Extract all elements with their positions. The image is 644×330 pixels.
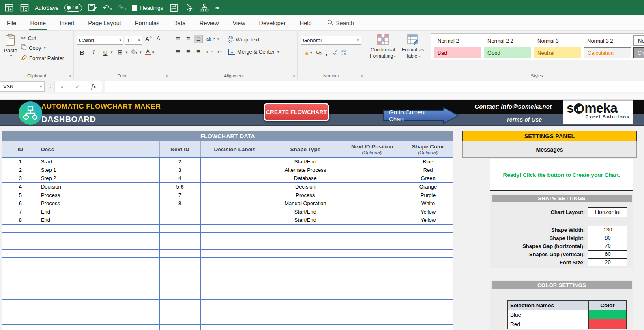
formula-input[interactable]	[105, 81, 644, 92]
accounting-format-button[interactable]	[302, 50, 309, 56]
cell[interactable]	[269, 266, 341, 274]
cell[interactable]	[269, 225, 341, 233]
save-icon[interactable]	[169, 3, 178, 13]
setting-value-input[interactable]: Horizontal	[588, 207, 627, 217]
cell[interactable]	[403, 250, 453, 258]
cell[interactable]	[269, 258, 341, 266]
cell[interactable]	[160, 233, 201, 241]
tab-review[interactable]: Review	[193, 15, 226, 30]
cell[interactable]	[341, 216, 403, 224]
column-header-desc[interactable]: Desc	[39, 141, 160, 157]
cursor-icon[interactable]	[184, 3, 194, 13]
cell[interactable]	[269, 233, 341, 241]
autosave-toggle[interactable]: Off	[64, 4, 82, 12]
cell[interactable]	[403, 300, 453, 308]
cell[interactable]	[39, 325, 160, 330]
cell[interactable]	[160, 258, 201, 266]
decrease-decimal-button[interactable]: .00 →0	[341, 49, 346, 56]
cell[interactable]	[341, 316, 403, 324]
cell[interactable]	[403, 283, 453, 291]
cell[interactable]	[39, 241, 160, 249]
cell[interactable]: 7	[2, 208, 39, 216]
setting-value-input[interactable]: 130	[588, 226, 627, 234]
cell[interactable]: Alternate Process	[269, 166, 341, 174]
comma-style-button[interactable]: ,	[326, 49, 328, 57]
cell[interactable]	[201, 283, 270, 291]
cell[interactable]	[39, 283, 160, 291]
cell[interactable]	[2, 283, 39, 291]
cell[interactable]: Yellow	[403, 216, 453, 224]
italic-button[interactable]: I	[90, 49, 98, 56]
cell[interactable]	[2, 316, 39, 324]
setting-value-input[interactable]: 20	[588, 258, 627, 266]
cell[interactable]: 8	[2, 216, 39, 224]
increase-indent-button[interactable]: ⇥≡	[215, 49, 222, 55]
align-middle-button[interactable]: ≡	[184, 35, 193, 43]
bold-button[interactable]: B	[78, 49, 86, 56]
color-swatch[interactable]	[589, 319, 626, 329]
cell[interactable]	[201, 258, 270, 266]
tab-view[interactable]: View	[225, 15, 252, 30]
cell[interactable]	[403, 233, 453, 241]
cell[interactable]	[39, 274, 160, 283]
cell[interactable]: Red	[403, 166, 453, 174]
tab-formulas[interactable]: Formulas	[128, 15, 166, 30]
cell[interactable]	[2, 274, 39, 283]
cell[interactable]	[39, 233, 160, 241]
cell[interactable]	[269, 291, 341, 300]
cell[interactable]	[341, 158, 403, 166]
cell[interactable]	[341, 241, 403, 249]
conditional-formatting-button[interactable]: Conditional Formatting▾	[368, 33, 397, 60]
search-box[interactable]: Search	[327, 15, 354, 30]
underline-caret-icon[interactable]: ▾	[111, 50, 113, 54]
cell[interactable]: Start/End	[269, 158, 341, 166]
cell[interactable]	[160, 208, 201, 216]
cell[interactable]	[341, 250, 403, 258]
terms-of-use-link[interactable]: Terms of Use	[506, 116, 542, 123]
cell[interactable]	[201, 158, 270, 166]
cell[interactable]	[269, 300, 341, 308]
cell[interactable]: Step 2	[39, 174, 160, 182]
fill-color-button[interactable]	[131, 49, 138, 56]
cell[interactable]: Step 1	[39, 166, 160, 174]
alignment-dialog-launcher-icon[interactable]: ⇲	[292, 74, 295, 78]
font-color-caret-icon[interactable]: ▾	[152, 50, 155, 54]
cell[interactable]: 7	[160, 191, 201, 199]
column-header-next-id[interactable]: Next ID	[160, 141, 201, 157]
cell[interactable]	[341, 283, 403, 291]
style-cell-neutral[interactable]: Neutral	[534, 47, 581, 58]
cell[interactable]	[403, 258, 453, 266]
cell[interactable]	[201, 166, 270, 174]
cell[interactable]	[2, 266, 39, 274]
cell[interactable]	[341, 258, 403, 266]
cell[interactable]: Purple	[403, 191, 453, 199]
cell[interactable]	[39, 266, 160, 274]
font-color-button[interactable]: A	[145, 49, 151, 55]
cell[interactable]	[341, 225, 403, 233]
cell[interactable]	[201, 174, 270, 182]
cell[interactable]	[160, 216, 201, 224]
style-cell-normal-3[interactable]: Normal 3	[534, 35, 581, 46]
cancel-entry-icon[interactable]: ×	[60, 84, 64, 90]
cell[interactable]	[403, 308, 453, 316]
align-left-button[interactable]: ≡	[174, 48, 182, 56]
cell[interactable]	[2, 233, 39, 241]
format-as-table-button[interactable]: Format as Table▾	[399, 33, 427, 60]
cell[interactable]	[341, 191, 403, 199]
setting-value-input[interactable]: 80	[588, 234, 627, 242]
font-name-select[interactable]: Calibri▾	[77, 36, 123, 45]
cell[interactable]	[341, 233, 403, 241]
paste-button[interactable]: Paste ▾	[2, 34, 19, 58]
style-cell-check-cell[interactable]: Check Cell	[633, 47, 644, 58]
style-cell-bad[interactable]: Bad	[434, 47, 481, 58]
cell[interactable]	[2, 300, 39, 308]
cell[interactable]	[341, 174, 403, 182]
cell[interactable]: Orange	[403, 183, 453, 191]
cell[interactable]: Process	[39, 191, 160, 199]
cell[interactable]	[160, 316, 201, 324]
clipboard-dialog-launcher-icon[interactable]: ⇲	[68, 74, 71, 78]
headings-checkbox[interactable]	[132, 5, 137, 11]
cell[interactable]: 2	[2, 166, 39, 174]
setting-value-input[interactable]: 70	[588, 242, 627, 250]
column-header-decision-labels[interactable]: Decision Labels	[201, 141, 270, 157]
